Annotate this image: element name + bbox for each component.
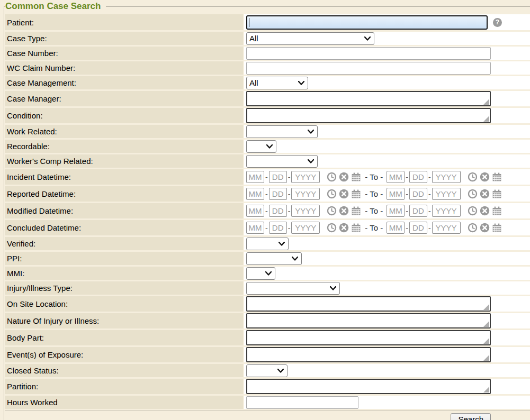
chevron-down-icon	[303, 130, 317, 134]
modified-datetime-to-month-input[interactable]	[387, 205, 405, 217]
case-type-select[interactable]: All	[246, 32, 374, 45]
concluded-datetime-from-day-input[interactable]	[269, 222, 287, 234]
clock-icon[interactable]	[468, 223, 478, 233]
modified-datetime-to-year-input[interactable]	[432, 205, 461, 217]
resize-handle[interactable]	[483, 116, 489, 122]
modified-datetime-field-cell: --- To ---	[244, 203, 530, 218]
incident-datetime-to-year-input[interactable]	[432, 171, 461, 183]
reported-datetime-to-day-input[interactable]	[409, 188, 427, 200]
calendar-icon[interactable]	[351, 172, 361, 182]
case-number-input[interactable]	[246, 47, 491, 60]
modified-datetime-from-year-input[interactable]	[291, 205, 320, 217]
condition-textarea[interactable]	[246, 108, 491, 123]
row-injury-illness-type: Injury/Illness Type:	[5, 281, 530, 295]
on-site-location-field-cell	[244, 296, 530, 312]
clear-icon[interactable]	[339, 172, 349, 182]
clear-icon[interactable]	[480, 206, 490, 216]
incident-datetime-to-month-input[interactable]	[387, 171, 405, 183]
injury-illness-type-field-cell	[244, 281, 530, 295]
case-manager-textarea[interactable]	[246, 91, 491, 106]
case-management-select[interactable]: All	[246, 77, 308, 89]
clock-icon[interactable]	[468, 172, 478, 182]
partition-textarea[interactable]	[246, 379, 491, 394]
clear-icon[interactable]	[339, 223, 349, 233]
mmi-select[interactable]	[246, 267, 275, 280]
calendar-icon[interactable]	[492, 172, 502, 182]
clock-icon[interactable]	[468, 189, 478, 199]
clock-icon[interactable]	[327, 223, 337, 233]
calendar-icon[interactable]	[351, 223, 361, 233]
row-body-part: Body Part:	[5, 330, 530, 345]
reported-datetime-from-day-input[interactable]	[269, 188, 287, 200]
wc-claim-number-input[interactable]	[246, 62, 491, 75]
calendar-icon[interactable]	[492, 189, 502, 199]
calendar-icon[interactable]	[351, 189, 361, 199]
workers-comp-related-select[interactable]	[246, 155, 318, 168]
ppi-select[interactable]	[246, 252, 302, 265]
clear-icon[interactable]	[480, 172, 490, 182]
chevron-down-icon	[274, 242, 288, 246]
clear-icon[interactable]	[480, 223, 490, 233]
resize-handle[interactable]	[483, 321, 489, 327]
calendar-icon[interactable]	[492, 223, 502, 233]
calendar-icon[interactable]	[351, 206, 361, 216]
incident-datetime-from-icons	[327, 172, 361, 182]
concluded-datetime-to-month-input[interactable]	[387, 222, 405, 234]
resize-handle[interactable]	[483, 338, 489, 344]
date-separator: -	[265, 224, 268, 232]
body-part-textarea[interactable]	[246, 330, 491, 345]
modified-datetime-from-day-input[interactable]	[269, 205, 287, 217]
case-type-field-cell: All	[244, 32, 530, 45]
patient-label: Patient:	[5, 14, 243, 30]
incident-datetime-to-day-input[interactable]	[409, 171, 427, 183]
resize-handle[interactable]	[483, 387, 489, 392]
chevron-down-icon	[303, 159, 317, 163]
incident-datetime-from-year-input[interactable]	[291, 171, 320, 183]
events-of-exposure-textarea[interactable]	[246, 347, 491, 362]
resize-handle[interactable]	[483, 304, 489, 310]
reported-datetime-to-month-input[interactable]	[387, 188, 405, 200]
modified-datetime-from-icons	[327, 206, 361, 216]
calendar-icon[interactable]	[492, 206, 502, 216]
modified-datetime-to-day-input[interactable]	[409, 205, 427, 217]
clear-icon[interactable]	[339, 206, 349, 216]
nature-of-injury-or-illness-textarea[interactable]	[246, 313, 491, 328]
case-management-select-value: All	[249, 78, 294, 87]
incident-datetime-from-month-input[interactable]	[246, 171, 264, 183]
incident-datetime-from-day-input[interactable]	[269, 171, 287, 183]
resize-handle[interactable]	[483, 99, 489, 105]
row-modified-datetime: Modified Datetime:--- To ---	[5, 203, 530, 218]
patient-input[interactable]	[246, 15, 488, 30]
concluded-datetime-to-day-input[interactable]	[409, 222, 427, 234]
reported-datetime-from-month-input[interactable]	[246, 188, 264, 200]
on-site-location-textarea[interactable]	[246, 296, 491, 312]
clear-icon[interactable]	[480, 189, 490, 199]
modified-datetime-from-month-input[interactable]	[246, 205, 264, 217]
clock-icon[interactable]	[327, 189, 337, 199]
chevron-down-icon	[360, 36, 374, 41]
reported-datetime-to-year-input[interactable]	[432, 188, 461, 200]
resize-handle[interactable]	[483, 355, 489, 361]
concluded-datetime-to-year-input[interactable]	[432, 222, 461, 234]
clock-icon[interactable]	[327, 172, 337, 182]
row-work-related: Work Related:	[5, 125, 530, 138]
recordable-select[interactable]	[246, 140, 276, 153]
help-icon[interactable]: ?	[493, 18, 502, 27]
hours-worked-input[interactable]	[246, 396, 358, 409]
chevron-down-icon	[262, 144, 276, 149]
reported-datetime-from-year-input[interactable]	[291, 188, 320, 200]
verified-select[interactable]	[246, 238, 289, 250]
date-separator: -	[406, 190, 408, 198]
work-related-select[interactable]	[246, 125, 318, 138]
incident-datetime-field-cell: --- To ---	[244, 169, 530, 185]
injury-illness-type-select[interactable]	[246, 282, 340, 295]
search-button[interactable]: Search	[451, 413, 491, 420]
clock-icon[interactable]	[468, 206, 478, 216]
clock-icon[interactable]	[327, 206, 337, 216]
closed-status-select[interactable]	[246, 364, 288, 377]
row-verified: Verified:	[5, 237, 530, 250]
clear-icon[interactable]	[339, 189, 349, 199]
concluded-datetime-from-month-input[interactable]	[246, 222, 264, 234]
row-concluded-datetime: Concluded Datetime:--- To ---	[5, 220, 530, 235]
concluded-datetime-from-year-input[interactable]	[291, 222, 320, 234]
